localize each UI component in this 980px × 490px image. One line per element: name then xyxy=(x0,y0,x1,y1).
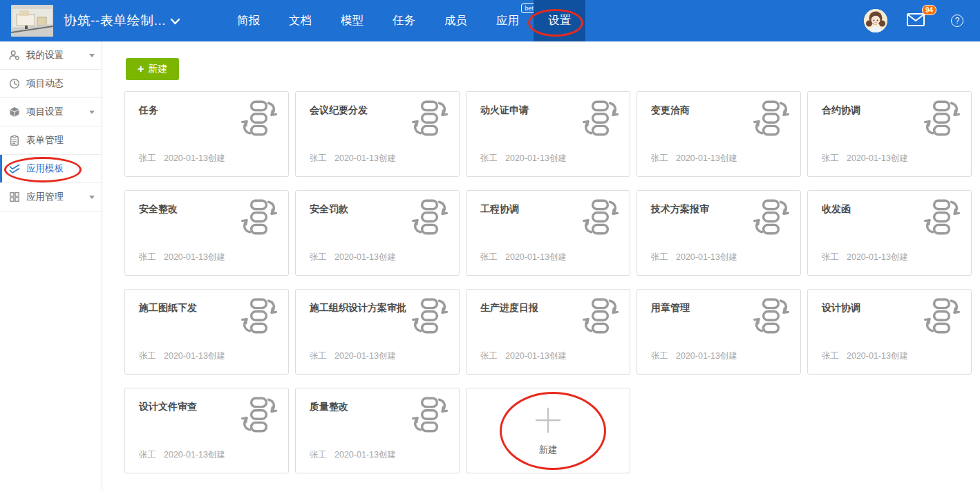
app-card-title: 技术方案报审 xyxy=(651,202,709,216)
card-creator: 张工 xyxy=(139,252,156,262)
card-creator: 张工 xyxy=(651,153,668,163)
app-card-meta: 张工2020-01-13创建 xyxy=(139,350,225,362)
app-template-card[interactable]: 技术方案报审 张工2020-01-13创建 xyxy=(637,190,801,276)
card-creator: 张工 xyxy=(822,351,839,361)
help-icon[interactable]: ? xyxy=(951,15,963,27)
project-logo-image[interactable] xyxy=(11,5,53,37)
workflow-icon xyxy=(239,298,279,334)
new-template-button[interactable]: + 新建 xyxy=(126,58,179,80)
card-created-date: 2020-01-13创建 xyxy=(505,252,567,262)
app-card-meta: 张工2020-01-13创建 xyxy=(310,350,396,362)
grid-icon xyxy=(9,191,20,202)
sidebar-item-app-templates[interactable]: 应用模板 xyxy=(0,155,102,183)
user-avatar[interactable] xyxy=(864,9,887,32)
card-created-date: 2020-01-13创建 xyxy=(164,153,225,163)
main-nav: 简报 文档 模型 任务 成员 应用 beta 设置 xyxy=(223,0,585,41)
card-created-date: 2020-01-13创建 xyxy=(334,351,396,361)
building-model-image xyxy=(11,5,53,37)
app-card-meta: 张工2020-01-13创建 xyxy=(651,252,737,263)
app-card-meta: 张工2020-01-13创建 xyxy=(139,252,225,263)
app-card-title: 工程协调 xyxy=(480,202,519,216)
app-card-title: 施工图纸下发 xyxy=(139,301,197,314)
card-creator: 张工 xyxy=(480,252,498,262)
app-template-card[interactable]: 用章管理 张工2020-01-13创建 xyxy=(637,289,801,375)
card-creator: 张工 xyxy=(139,351,156,361)
app-template-card[interactable]: 动火证申请 张工2020-01-13创建 xyxy=(466,91,630,177)
app-template-card[interactable]: 任务 张工2020-01-13创建 xyxy=(124,91,289,177)
expand-caret-icon xyxy=(89,196,95,199)
workflow-icon xyxy=(239,199,279,235)
app-card-meta: 张工2020-01-13创建 xyxy=(139,153,225,164)
card-created-date: 2020-01-13创建 xyxy=(676,252,737,262)
sidebar-item-label: 应用模板 xyxy=(26,162,64,175)
double-check-icon xyxy=(9,163,20,174)
nav-item-apps[interactable]: 应用 beta xyxy=(482,0,534,41)
card-created-date: 2020-01-13创建 xyxy=(334,450,396,460)
nav-item-models[interactable]: 模型 xyxy=(326,0,378,41)
app-template-card[interactable]: 质量整改 张工2020-01-13创建 xyxy=(295,388,460,473)
nav-label: 模型 xyxy=(341,13,364,28)
sidebar-item-my-settings[interactable]: 我的设置 xyxy=(0,41,102,70)
app-template-card[interactable]: 施工组织设计方案审批 张工2020-01-13创建 xyxy=(295,289,460,375)
workflow-icon xyxy=(751,199,791,235)
app-template-card[interactable]: 收发函 张工2020-01-13创建 xyxy=(807,190,972,276)
nav-item-settings[interactable]: 设置 xyxy=(534,0,585,41)
sidebar-item-project-activity[interactable]: 项目动态 xyxy=(0,70,102,98)
app-card-title: 用章管理 xyxy=(651,301,690,314)
app-card-title: 收发函 xyxy=(822,202,851,216)
nav-item-members[interactable]: 成员 xyxy=(430,0,482,41)
workflow-icon xyxy=(581,199,621,235)
workflow-icon xyxy=(410,100,450,136)
chevron-down-icon[interactable] xyxy=(170,18,180,25)
nav-label: 设置 xyxy=(548,13,571,28)
sidebar-item-app-management[interactable]: 应用管理 xyxy=(0,183,102,211)
app-template-card[interactable]: 生产进度日报 张工2020-01-13创建 xyxy=(466,289,630,375)
card-created-date: 2020-01-13创建 xyxy=(334,153,396,163)
workflow-icon xyxy=(922,199,962,235)
app-template-card[interactable]: 工程协调 张工2020-01-13创建 xyxy=(466,190,630,276)
app-template-card[interactable]: 设计协调 张工2020-01-13创建 xyxy=(807,289,972,375)
app-card-meta: 张工2020-01-13创建 xyxy=(480,350,567,362)
app-template-card[interactable]: 设计文件审查 张工2020-01-13创建 xyxy=(124,388,289,473)
card-creator: 张工 xyxy=(651,252,668,262)
app-card-title: 质量整改 xyxy=(310,400,348,413)
app-card-meta: 张工2020-01-13创建 xyxy=(651,350,737,362)
workflow-icon xyxy=(751,298,791,334)
sidebar-item-form-management[interactable]: 表单管理 xyxy=(0,126,102,155)
card-created-date: 2020-01-13创建 xyxy=(164,351,225,361)
app-template-card[interactable]: 会议纪要分发 张工2020-01-13创建 xyxy=(295,91,460,177)
card-created-date: 2020-01-13创建 xyxy=(505,351,567,361)
workflow-icon xyxy=(581,100,621,136)
sidebar-item-project-settings[interactable]: 项目设置 xyxy=(0,98,102,126)
app-card-title: 任务 xyxy=(139,104,158,117)
app-card-title: 合约协调 xyxy=(822,104,860,117)
app-template-card[interactable]: 安全罚款 张工2020-01-13创建 xyxy=(295,190,460,276)
card-creator: 张工 xyxy=(822,153,839,163)
mail-icon[interactable]: 94 xyxy=(907,13,925,29)
workflow-icon xyxy=(751,100,791,136)
new-template-card[interactable]: 新建 xyxy=(466,388,630,473)
app-template-card[interactable]: 施工图纸下发 张工2020-01-13创建 xyxy=(124,289,289,375)
card-creator: 张工 xyxy=(310,252,327,262)
plus-icon xyxy=(534,406,563,435)
nav-item-tasks[interactable]: 任务 xyxy=(378,0,430,41)
new-card-label: 新建 xyxy=(539,444,558,456)
app-template-card[interactable]: 安全整改 张工2020-01-13创建 xyxy=(124,190,289,276)
app-card-title: 生产进度日报 xyxy=(480,301,538,314)
nav-item-briefing[interactable]: 简报 xyxy=(223,0,274,41)
card-created-date: 2020-01-13创建 xyxy=(847,351,908,361)
card-created-date: 2020-01-13创建 xyxy=(847,153,908,163)
nav-item-documents[interactable]: 文档 xyxy=(274,0,326,41)
app-template-card[interactable]: 变更洽商 张工2020-01-13创建 xyxy=(637,91,801,177)
template-card-grid: 任务 张工2020-01-13创建 会议纪要分发 xyxy=(124,91,972,473)
app-card-meta: 张工2020-01-13创建 xyxy=(139,449,225,461)
new-button-label: 新建 xyxy=(148,63,167,75)
sidebar-item-label: 应用管理 xyxy=(26,191,64,203)
app-card-meta: 张工2020-01-13创建 xyxy=(822,153,908,164)
project-title[interactable]: 协筑--表单绘制... xyxy=(64,0,166,41)
card-created-date: 2020-01-13创建 xyxy=(676,153,737,163)
sidebar-item-label: 项目设置 xyxy=(26,106,64,118)
app-card-title: 会议纪要分发 xyxy=(310,104,368,117)
app-template-card[interactable]: 合约协调 张工2020-01-13创建 xyxy=(807,91,972,177)
card-creator: 张工 xyxy=(310,450,327,460)
